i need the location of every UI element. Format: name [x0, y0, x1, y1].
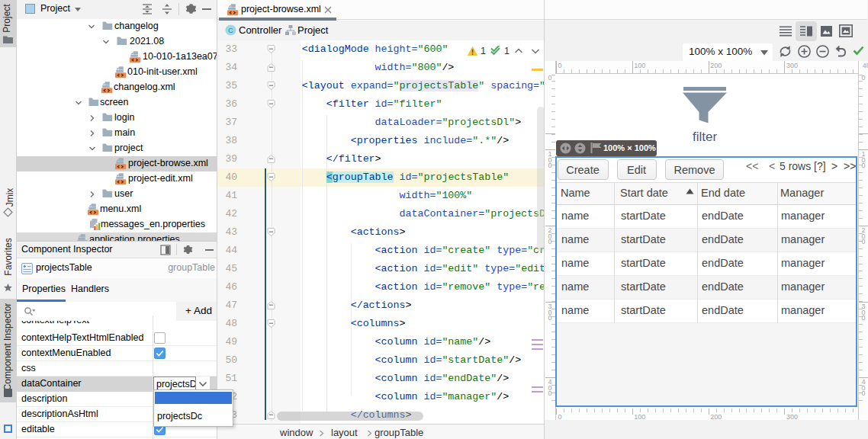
svg-text:C: C	[228, 26, 233, 34]
